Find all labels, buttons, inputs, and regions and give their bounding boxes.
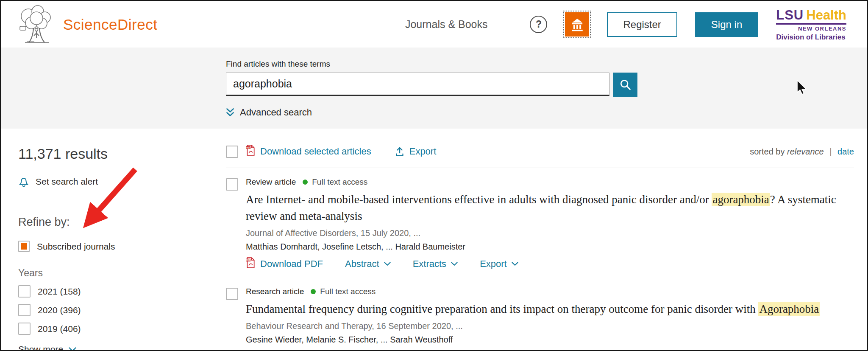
header-right: Journals & Books ? Register Sign in LSU … — [405, 8, 846, 41]
show-more-link[interactable]: Show more — [18, 344, 213, 351]
years-heading: Years — [18, 267, 213, 279]
chevron-down-icon — [384, 262, 391, 266]
sort-control: sorted by relevance | date — [750, 147, 854, 157]
lsu-logo-lsu: LSU — [776, 8, 804, 22]
show-more-label: Show more — [18, 344, 63, 351]
year-filter-2021[interactable]: 2021 (158) — [18, 285, 213, 298]
subscribed-journals-checkbox[interactable] — [18, 241, 30, 252]
extracts-label: Extracts — [413, 258, 446, 270]
results-list: PDF Download selected articles Export so… — [226, 129, 854, 351]
nav-journals-books[interactable]: Journals & Books — [405, 18, 488, 31]
top-header: ScienceDirect Journals & Books ? Registe… — [1, 1, 867, 48]
open-access-dot-icon — [311, 289, 316, 294]
result-1-checkbox[interactable] — [226, 178, 238, 191]
chevron-down-icon — [451, 262, 458, 266]
search-submit-button[interactable] — [613, 73, 637, 97]
title-text: Fundamental frequency during cognitive p… — [246, 303, 758, 315]
open-access-dot-icon — [303, 180, 308, 185]
highlighted-term: agoraphobia — [712, 193, 770, 206]
access-label: Full text access — [312, 177, 367, 187]
article-source: Behaviour Research and Therapy, 16 Septe… — [246, 321, 854, 331]
lsu-logo-division: Division of Libraries — [776, 34, 845, 41]
sciencedirect-search-page: ScienceDirect Journals & Books ? Registe… — [0, 0, 868, 351]
lsu-logo-health: Health — [806, 8, 846, 22]
chevron-down-icon — [69, 347, 76, 351]
download-selected-articles-link[interactable]: Download selected articles — [260, 146, 371, 157]
year-2021-label: 2021 (158) — [38, 286, 81, 297]
register-button[interactable]: Register — [607, 12, 677, 37]
lsu-logo-new-orleans: NEW ORLEANS — [798, 26, 846, 31]
year-filter-2020[interactable]: 2020 (396) — [18, 304, 213, 316]
svg-text:PDF: PDF — [246, 258, 250, 261]
article-title-link[interactable]: Fundamental frequency during cognitive p… — [246, 301, 854, 317]
sciencedirect-logo-text: ScienceDirect — [63, 16, 157, 33]
sorted-by-text: sorted by — [750, 147, 785, 156]
filters-sidebar: 11,371 results Set search alert Refine b… — [18, 129, 213, 351]
advanced-search-link[interactable]: Advanced search — [226, 107, 867, 118]
abstract-label: Abstract — [345, 258, 379, 270]
article-authors: Matthias Domhardt, Josefine Letsch, ... … — [246, 242, 854, 252]
article-type: Research article — [246, 287, 304, 296]
download-pdf-link[interactable]: Download PDF — [260, 258, 323, 270]
sort-separator: | — [829, 147, 832, 156]
year-2020-label: 2020 (396) — [38, 305, 81, 315]
results-count: 11,371 results — [18, 146, 213, 162]
sort-relevance: relevance — [787, 147, 824, 156]
extracts-dropdown[interactable]: Extracts — [413, 258, 458, 270]
year-2019-checkbox[interactable] — [18, 323, 31, 335]
results-toolbar: PDF Download selected articles Export so… — [226, 145, 854, 158]
bell-icon — [18, 176, 29, 188]
article-source: Journal of Affective Disorders, 15 July … — [246, 228, 854, 238]
result-item-2: Research article Full text access Fundam… — [226, 287, 854, 351]
pdf-icon: PDF — [246, 145, 255, 158]
toolbar-divider — [226, 168, 854, 168]
subscribed-journals-label: Subscribed journals — [37, 241, 115, 252]
year-2021-checkbox[interactable] — [18, 285, 31, 298]
advanced-search-label: Advanced search — [240, 107, 312, 118]
pdf-icon: PDF — [246, 257, 255, 271]
chevron-down-icon — [512, 262, 518, 266]
year-filter-2019[interactable]: 2019 (406) — [18, 323, 213, 335]
article-type: Review article — [246, 177, 296, 187]
refine-by-heading: Refine by: — [18, 216, 213, 229]
search-field-label: Find articles with these terms — [226, 59, 867, 69]
lsu-logo-rule — [776, 23, 846, 25]
export-label: Export — [480, 258, 507, 270]
year-2020-checkbox[interactable] — [18, 304, 31, 316]
export-dropdown[interactable]: Export — [480, 258, 518, 270]
set-search-alert-label: Set search alert — [36, 177, 98, 187]
help-icon[interactable]: ? — [530, 16, 547, 33]
svg-text:PDF: PDF — [246, 146, 250, 149]
double-chevron-down-icon — [226, 108, 234, 117]
search-band: Find articles with these terms Advanced … — [1, 48, 867, 129]
institution-access-button[interactable] — [565, 12, 589, 37]
highlighted-term: Agoraphobia — [758, 302, 820, 316]
lsu-health-libraries-logo: LSU Health NEW ORLEANS Division of Libra… — [776, 8, 846, 41]
bank-building-icon — [570, 17, 584, 32]
export-label: Export — [409, 146, 437, 157]
result-2-checkbox[interactable] — [226, 288, 238, 300]
article-authors: Gesine Wieder, Melanie S. Fischer, ... S… — [246, 335, 854, 345]
select-all-checkbox[interactable] — [226, 146, 238, 158]
filter-subscribed-journals[interactable]: Subscribed journals — [18, 241, 213, 252]
brand-group[interactable]: ScienceDirect — [17, 4, 157, 45]
result-item-1: Review article Full text access Are Inte… — [226, 177, 854, 271]
set-search-alert-link[interactable]: Set search alert — [18, 176, 213, 188]
title-text: Are Internet- and mobile-based intervent… — [246, 193, 712, 206]
export-link[interactable]: Export — [395, 146, 437, 157]
sort-date-link[interactable]: date — [837, 147, 854, 156]
article-title-link[interactable]: Are Internet- and mobile-based intervent… — [246, 191, 854, 225]
upload-icon — [395, 146, 404, 157]
results-content: 11,371 results Set search alert Refine b… — [1, 129, 867, 350]
abstract-dropdown[interactable]: Abstract — [345, 258, 391, 270]
access-label: Full text access — [320, 287, 376, 296]
magnifying-glass-icon — [619, 79, 632, 91]
sign-in-button[interactable]: Sign in — [695, 12, 758, 37]
elsevier-tree-logo — [17, 4, 55, 45]
search-input[interactable] — [226, 73, 609, 96]
year-2019-label: 2019 (406) — [38, 324, 81, 334]
